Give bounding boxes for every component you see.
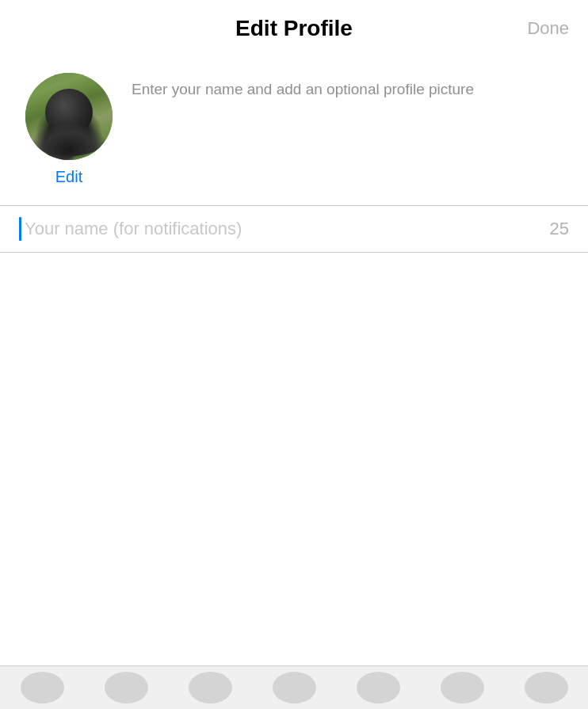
char-count: 25	[544, 219, 569, 239]
avatar-container: Edit	[25, 73, 113, 186]
bottom-tab-item[interactable]	[357, 672, 400, 703]
bottom-tab-item[interactable]	[105, 672, 148, 703]
profile-section: Edit Enter your name and add an optional…	[0, 54, 588, 205]
bottom-tab-item[interactable]	[525, 672, 568, 703]
header: Edit Profile Done	[0, 0, 588, 54]
bottom-tab-item[interactable]	[189, 672, 232, 703]
edit-avatar-button[interactable]: Edit	[55, 168, 82, 186]
bottom-tab-item[interactable]	[21, 672, 64, 703]
cursor-bar	[19, 217, 21, 241]
bottom-tab-item[interactable]	[441, 672, 484, 703]
name-input-section[interactable]: 25	[0, 206, 588, 253]
page-title: Edit Profile	[235, 16, 353, 41]
name-input[interactable]	[25, 206, 544, 252]
profile-description: Enter your name and add an optional prof…	[132, 73, 474, 101]
bottom-tab-bar	[0, 665, 588, 709]
avatar-image	[25, 73, 113, 160]
done-button[interactable]: Done	[527, 18, 569, 39]
bottom-tab-item[interactable]	[273, 672, 316, 703]
avatar	[25, 73, 113, 160]
